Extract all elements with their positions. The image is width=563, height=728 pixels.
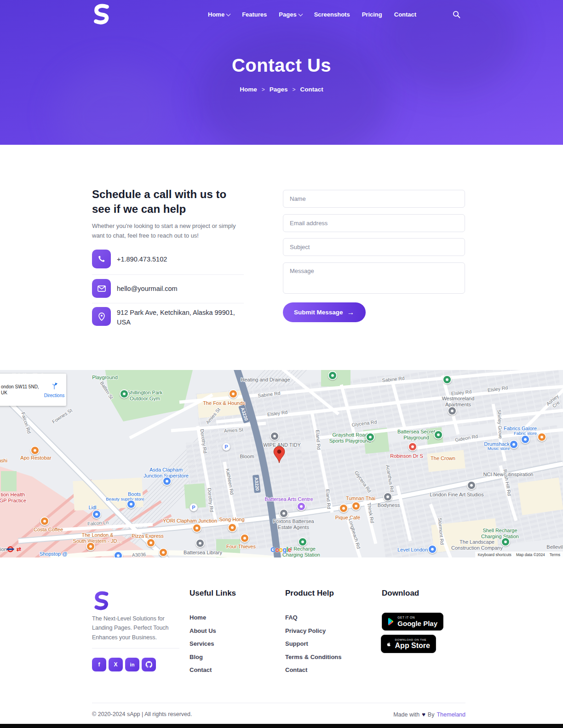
keyboard-shortcuts-link[interactable]: Keyboard shortcuts — [478, 552, 511, 557]
map-label: Boots — [128, 491, 141, 497]
github-icon[interactable] — [142, 658, 156, 671]
map-poi-pin[interactable] — [126, 500, 136, 509]
map-poi-pin[interactable] — [434, 430, 443, 439]
map-poi-pin[interactable] — [408, 442, 417, 451]
map-poi-pin[interactable] — [40, 517, 49, 526]
map-label: tion Health GP Practice — [0, 492, 26, 504]
map-poi-pin[interactable]: P — [222, 443, 230, 451]
map-poi-pin[interactable] — [159, 548, 168, 557]
map-label: A3220 — [238, 404, 250, 424]
map-poi-pin[interactable] — [162, 477, 172, 486]
map-poi-pin[interactable] — [195, 539, 205, 548]
map-poi-pin[interactable] — [328, 371, 337, 380]
breadcrumb-separator: > — [293, 86, 296, 93]
google-logo[interactable]: Google — [270, 546, 291, 553]
linkedin-icon[interactable]: in — [125, 658, 139, 671]
nav-item-features[interactable]: Features — [242, 11, 267, 18]
map-label: Bloom — [240, 454, 254, 460]
brand-logo[interactable] — [91, 4, 111, 26]
map-label: Amies St — [224, 427, 244, 433]
footer-link[interactable]: Contact — [190, 667, 216, 673]
nav-label: Contact — [394, 11, 416, 18]
map-poi-pin[interactable] — [86, 542, 95, 551]
map-label: Fabrics Galore — [504, 426, 537, 432]
map-poi-pin[interactable] — [467, 481, 476, 490]
map-label: Eland Rd — [315, 430, 322, 450]
footer-link[interactable]: FAQ — [285, 614, 342, 621]
map-poi-pin[interactable] — [240, 534, 249, 543]
map-poi-pin[interactable] — [228, 523, 237, 532]
map-label: Rush Hill Rd — [502, 469, 512, 496]
x-twitter-icon[interactable]: X — [109, 658, 123, 671]
footer-brand-logo[interactable] — [92, 591, 110, 611]
map-poi-pin[interactable] — [351, 501, 361, 511]
google-logo-letter: o — [279, 546, 282, 553]
footer-link[interactable]: Blog — [190, 654, 216, 660]
map-poi-pin[interactable] — [192, 523, 201, 533]
map-poi-pin[interactable] — [442, 375, 452, 384]
map-poi-pin[interactable] — [509, 440, 518, 449]
map-label: The London & South Western - JD… — [73, 532, 122, 544]
email-input[interactable] — [283, 214, 465, 232]
map-label: Apo Restobar — [20, 455, 51, 461]
google-play-badge[interactable]: GET IT ON Google Play — [382, 613, 443, 631]
map-label: Shopstop @ — [40, 551, 68, 557]
map-label: Dorothy Rd — [199, 429, 208, 454]
nav-item-contact[interactable]: Contact — [394, 11, 416, 18]
nav-item-pages[interactable]: Pages — [279, 11, 302, 18]
map-attribution: Keyboard shortcuts Map data ©2024 Terms — [475, 552, 563, 557]
map-label: Beauty supply store — [106, 496, 144, 501]
map-poi-pin[interactable]: P — [190, 503, 198, 512]
footer-link[interactable]: Terms & Conditions — [285, 654, 342, 660]
footer-link[interactable]: Contact — [285, 667, 342, 673]
map-poi-pin[interactable] — [428, 545, 437, 554]
footer: The Next-Level Solutions for Landing Pag… — [0, 557, 563, 728]
map-poi-pin[interactable] — [120, 389, 129, 398]
google-map[interactable]: Kub Kao ThaiPlaygroundShillington Park O… — [0, 370, 563, 557]
breadcrumb-pages[interactable]: Pages — [270, 86, 288, 93]
map-labels-layer: Kub Kao ThaiPlaygroundShillington Park O… — [0, 370, 563, 557]
footer-link[interactable]: About Us — [190, 628, 216, 634]
footer-link[interactable]: Support — [285, 641, 342, 647]
nav-label: Pricing — [362, 11, 382, 18]
map-poi-pin[interactable] — [537, 432, 546, 442]
breadcrumb-home[interactable]: Home — [240, 86, 257, 93]
map-poi-pin[interactable] — [383, 492, 392, 501]
nav-item-home[interactable]: Home — [208, 11, 230, 18]
submit-message-button[interactable]: Submit Message → — [283, 302, 366, 322]
map-marker-icon[interactable] — [273, 446, 285, 463]
map-poi-pin[interactable] — [298, 537, 307, 546]
nav-label: Features — [242, 11, 267, 18]
message-textarea[interactable] — [283, 262, 465, 294]
map-directions-button[interactable]: Directions — [42, 381, 66, 398]
map-label: Foxtons Battersea Estate Agents — [273, 518, 314, 530]
footer-link[interactable]: Privacy Policy — [285, 628, 342, 634]
map-poi-pin[interactable] — [229, 389, 238, 398]
map-poi-pin[interactable] — [448, 406, 457, 415]
map-poi-pin[interactable] — [279, 509, 288, 518]
map-poi-pin[interactable] — [30, 446, 40, 455]
map-poi-pin[interactable] — [501, 537, 510, 546]
map-poi-pin[interactable] — [92, 510, 101, 519]
map-poi-pin[interactable] — [339, 504, 348, 513]
facebook-icon[interactable]: f — [92, 658, 106, 671]
subject-input[interactable] — [283, 238, 465, 256]
map-poi-pin[interactable] — [521, 435, 530, 444]
name-input[interactable] — [283, 190, 465, 208]
nav-item-screenshots[interactable]: Screenshots — [314, 11, 350, 18]
footer-link[interactable]: Home — [190, 614, 216, 621]
search-icon[interactable] — [453, 11, 460, 18]
map-label: Glycena Rd — [353, 470, 373, 494]
map-poi-pin[interactable] — [297, 502, 306, 511]
map-poi-pin[interactable] — [366, 432, 375, 442]
footer-link[interactable]: Services — [190, 641, 216, 647]
nav-item-pricing[interactable]: Pricing — [362, 11, 382, 18]
themeland-link[interactable]: Themeland — [437, 711, 465, 718]
map-poi-pin[interactable] — [270, 432, 279, 441]
app-store-badge[interactable]: DOWNLOAD ON THE App Store — [381, 635, 436, 653]
map-poi-pin[interactable] — [146, 538, 155, 547]
terms-link[interactable]: Terms — [550, 552, 560, 557]
map-label: Kathleen Rd — [225, 468, 235, 495]
map-poi-pin[interactable] — [114, 551, 123, 557]
badge-tagline: GET IT ON — [397, 616, 437, 619]
